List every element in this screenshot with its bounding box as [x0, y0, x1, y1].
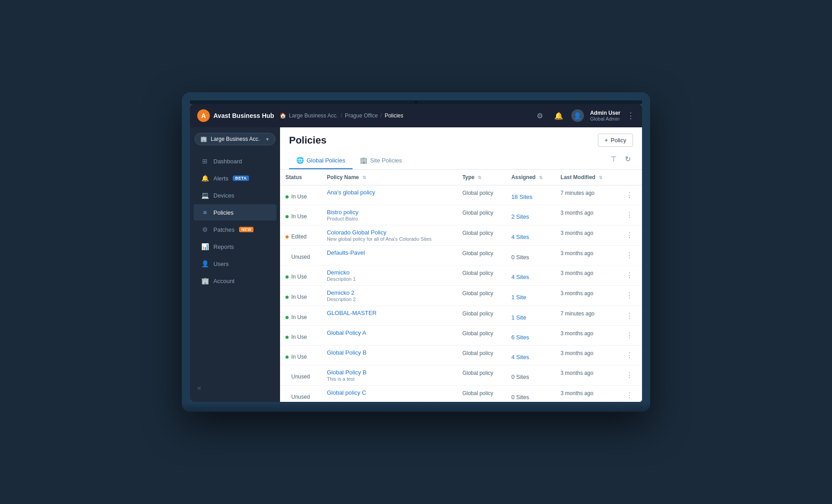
type-cell: Global policy: [457, 306, 506, 326]
new-badge: NEW: [239, 227, 254, 232]
policy-name-link[interactable]: Bistro policy: [327, 209, 452, 216]
assigned-link[interactable]: 6 Sites: [511, 329, 550, 341]
col-policy-name-label: Policy Name: [327, 174, 359, 180]
assigned-link[interactable]: 1 Site: [511, 310, 550, 321]
row-actions-cell: ⋮: [617, 365, 642, 386]
sidebar-item-label: Reports: [213, 243, 234, 250]
topbar-menu-icon[interactable]: ⋮: [627, 111, 635, 121]
policy-name-link[interactable]: Ana's global policy: [327, 189, 452, 196]
policy-name-link[interactable]: Defaults-Pavel: [327, 249, 452, 256]
breadcrumb-item-1[interactable]: Large Business Acc.: [289, 112, 338, 119]
sidebar-item-users[interactable]: 👤 Users: [194, 256, 276, 272]
sidebar-item-account[interactable]: 🏢 Account: [194, 273, 276, 289]
col-policy-name[interactable]: Policy Name ⇅: [321, 170, 457, 185]
row-menu-button[interactable]: ⋮: [622, 269, 637, 281]
filter-icon[interactable]: ⊤: [608, 153, 619, 165]
assigned-link[interactable]: 1 Site: [511, 289, 550, 301]
breadcrumb-item-2[interactable]: Prague Office: [345, 112, 378, 119]
status-cell: In Use: [280, 326, 321, 346]
status-dot: [285, 356, 289, 359]
account-nav-icon: 🏢: [201, 277, 209, 284]
assigned-link[interactable]: 4 Sites: [511, 269, 550, 280]
status-dot: [285, 256, 289, 259]
sidebar-item-policies[interactable]: ≡ Policies: [194, 204, 276, 220]
sidebar-item-reports[interactable]: 📊 Reports: [194, 238, 276, 255]
sort-icon: ⇅: [478, 175, 481, 180]
policy-name-link[interactable]: GLOBAL-MASTER: [327, 310, 452, 316]
assigned-link[interactable]: 18 Sites: [511, 189, 550, 200]
col-last-modified[interactable]: Last Modified ⇅: [555, 170, 617, 185]
row-menu-button[interactable]: ⋮: [622, 310, 637, 322]
policy-name-cell: Global Policy A: [321, 326, 457, 346]
row-menu-button[interactable]: ⋮: [622, 369, 637, 381]
page-header: Policies + Policy 🌐 Global Policies: [280, 127, 642, 170]
policy-name-link[interactable]: Colorado Global Policy: [327, 229, 452, 236]
policy-description: Product Bistro: [327, 216, 452, 221]
type-cell: Global policy: [457, 205, 506, 225]
sidebar-item-alerts[interactable]: 🔔 Alerts BETA: [194, 170, 276, 186]
row-actions-cell: ⋮: [617, 346, 642, 365]
col-type[interactable]: Type ⇅: [457, 170, 506, 185]
refresh-icon[interactable]: ↻: [623, 153, 633, 165]
policy-name-link[interactable]: Global Policy B: [327, 349, 452, 356]
laptop-camera: [415, 101, 417, 104]
account-selector[interactable]: 🏢 Large Business Acc. ▼: [194, 133, 276, 145]
sidebar-item-devices[interactable]: 💻 Devices: [194, 187, 276, 203]
policy-name-link[interactable]: Demicko 2: [327, 289, 452, 296]
assigned-link[interactable]: 4 Sites: [511, 349, 550, 360]
status-dot: [285, 215, 289, 218]
user-role: Global Admin: [590, 116, 620, 122]
col-type-label: Type: [462, 174, 475, 180]
sidebar-item-dashboard[interactable]: ⊞ Dashboard: [194, 153, 276, 169]
assigned-link[interactable]: 2 Sites: [511, 209, 550, 220]
settings-icon[interactable]: ⚙: [534, 109, 546, 122]
plus-icon: +: [605, 137, 608, 144]
row-actions-cell: ⋮: [617, 266, 642, 286]
tab-global-policies[interactable]: 🌐 Global Policies: [289, 152, 353, 169]
add-policy-button[interactable]: + Policy: [598, 134, 633, 147]
row-actions-cell: ⋮: [617, 185, 642, 205]
site-policies-icon: 🏢: [360, 157, 367, 164]
type-cell: Global policy: [457, 386, 506, 402]
row-menu-button[interactable]: ⋮: [622, 229, 637, 241]
policy-name-link[interactable]: Global Policy A: [327, 329, 452, 336]
last-modified-cell: 3 months ago: [555, 246, 617, 266]
sidebar-item-label: Policies: [213, 209, 234, 216]
row-menu-button[interactable]: ⋮: [622, 349, 637, 361]
status-text: In Use: [291, 314, 307, 320]
assigned-link[interactable]: 4 Sites: [511, 229, 550, 240]
policy-name-link[interactable]: Global Policy B: [327, 369, 452, 376]
status-cell: In Use: [280, 346, 321, 365]
tab-actions: ⊤ ↻: [608, 153, 633, 168]
last-modified-cell: 3 months ago: [555, 326, 617, 346]
status-text: In Use: [291, 334, 307, 340]
beta-badge: BETA: [233, 176, 249, 181]
row-menu-button[interactable]: ⋮: [622, 249, 637, 261]
policy-name-cell: GLOBAL-MASTER: [321, 306, 457, 326]
row-actions-cell: ⋮: [617, 286, 642, 306]
notifications-icon[interactable]: 🔔: [552, 109, 565, 122]
row-menu-button[interactable]: ⋮: [622, 289, 637, 302]
last-modified-cell: 7 minutes ago: [555, 306, 617, 326]
dashboard-icon: ⊞: [201, 158, 209, 165]
tab-site-policies[interactable]: 🏢 Site Policies: [353, 152, 409, 169]
assigned-text: 0 Sites: [511, 369, 550, 380]
assigned-cell: 1 Site: [506, 286, 555, 306]
row-menu-button[interactable]: ⋮: [622, 329, 637, 342]
row-menu-button[interactable]: ⋮: [622, 389, 637, 401]
users-icon: 👤: [201, 260, 209, 267]
reports-icon: 📊: [201, 243, 209, 250]
policy-name-link[interactable]: Demicko: [327, 269, 452, 276]
laptop-frame: A Avast Business Hub 🏠 Large Business Ac…: [182, 92, 650, 412]
sidebar-collapse-btn[interactable]: «: [190, 379, 280, 396]
tab-label: Site Policies: [370, 157, 402, 164]
last-modified-cell: 3 months ago: [555, 266, 617, 286]
row-menu-button[interactable]: ⋮: [622, 189, 637, 201]
row-menu-button[interactable]: ⋮: [622, 209, 637, 221]
col-assigned[interactable]: Assigned ⇅: [506, 170, 555, 185]
status-cell: In Use: [280, 286, 321, 306]
type-cell: Global policy: [457, 246, 506, 266]
sidebar-item-label: Patches: [213, 226, 235, 233]
sidebar-item-patches[interactable]: ⚙ Patches NEW: [194, 221, 276, 238]
policy-name-link[interactable]: Global policy C: [327, 389, 452, 396]
